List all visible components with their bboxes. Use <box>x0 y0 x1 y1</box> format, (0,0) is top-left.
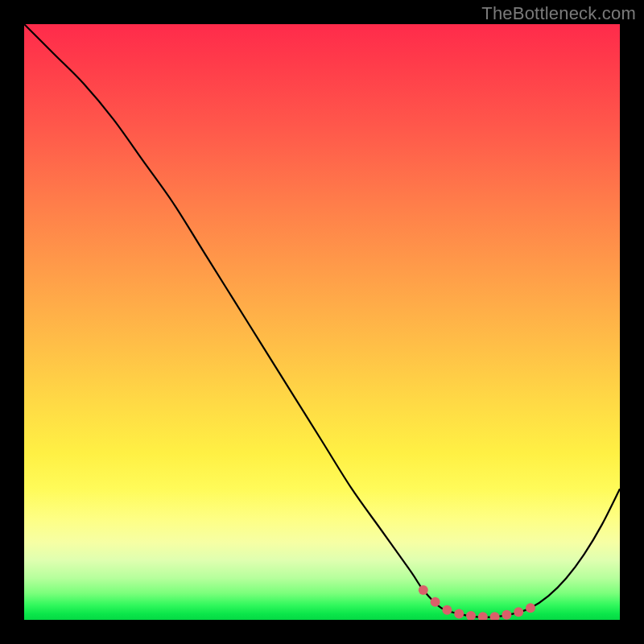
marker-dot <box>431 597 440 607</box>
watermark-text: TheBottleneck.com <box>481 3 636 24</box>
marker-dot <box>419 585 428 595</box>
marker-dot <box>442 605 452 615</box>
bottleneck-curve-path <box>24 24 620 617</box>
marker-dot <box>466 611 476 620</box>
marker-dot <box>490 612 500 620</box>
marker-dot <box>502 610 511 620</box>
optimal-zone-markers <box>419 585 535 620</box>
marker-dot <box>454 609 464 619</box>
marker-dot <box>478 612 488 620</box>
gradient-plot-area <box>24 24 620 620</box>
marker-dot <box>514 607 523 617</box>
curve-svg <box>24 24 620 620</box>
marker-dot <box>526 603 535 613</box>
chart-frame: TheBottleneck.com <box>0 0 644 644</box>
